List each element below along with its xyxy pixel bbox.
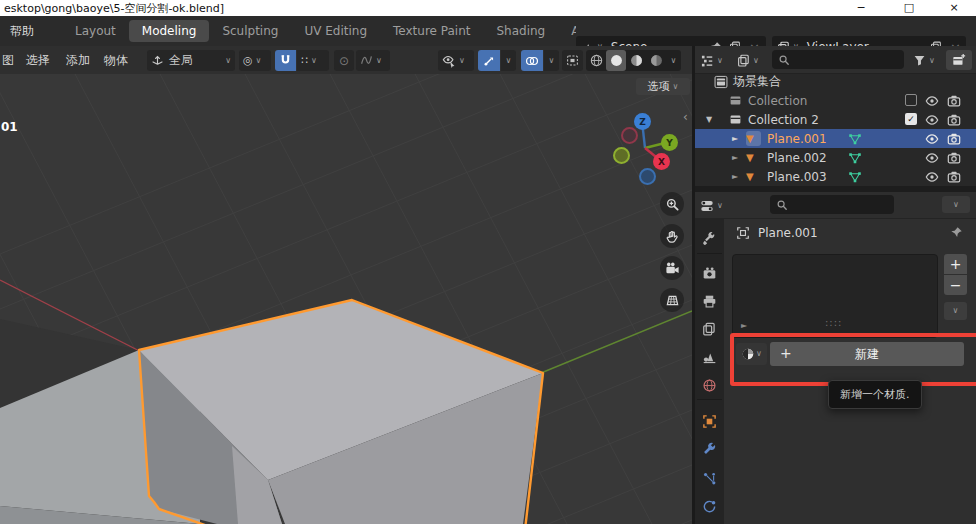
outliner-row-plane002[interactable]: ► ▼ Plane.002 xyxy=(695,148,976,167)
titlebar[interactable]: esktop\gong\baoye\5-空间分割-ok.blend] − □ × xyxy=(0,0,976,16)
shading-solid-button[interactable] xyxy=(606,50,626,71)
pan-tool-button[interactable] xyxy=(660,224,684,248)
maximize-button[interactable]: □ xyxy=(893,0,925,16)
xray-toggle[interactable] xyxy=(562,50,583,71)
tab-view-layer[interactable] xyxy=(699,319,719,339)
gizmo-minus-z-axis[interactable] xyxy=(639,168,656,185)
sidebar-toggle-arrow[interactable]: ‹ xyxy=(683,110,688,124)
close-button[interactable]: × xyxy=(938,0,970,16)
snap-toggle[interactable] xyxy=(275,50,296,71)
object-menu[interactable]: 物体 xyxy=(104,46,128,74)
tab-object[interactable] xyxy=(699,411,719,431)
slot-specials-dropdown[interactable]: ∨ xyxy=(944,302,967,320)
perspective-toggle-button[interactable] xyxy=(660,288,684,312)
tab-sculpting[interactable]: Sculpting xyxy=(209,20,291,42)
remove-slot-button[interactable]: − xyxy=(944,275,967,295)
outliner-row-scene-collection[interactable]: 场景集合 xyxy=(695,72,976,91)
gizmo-minus-y-axis[interactable] xyxy=(613,147,630,164)
exclude-checkbox-unchecked[interactable] xyxy=(905,94,917,106)
minimize-button[interactable]: − xyxy=(845,0,877,16)
options-dropdown[interactable]: 选项 ∨ xyxy=(636,78,690,95)
eye-icon[interactable] xyxy=(925,167,939,186)
tab-output[interactable] xyxy=(699,291,719,311)
camera-icon[interactable] xyxy=(947,167,961,186)
tab-scene[interactable] xyxy=(699,347,719,367)
expand-arrow-icon[interactable]: ▼ xyxy=(706,110,712,129)
camera-view-button[interactable] xyxy=(660,256,684,280)
disclosure-arrow-icon[interactable]: ► xyxy=(732,148,738,167)
eye-icon[interactable] xyxy=(925,129,939,148)
expand-arrow-icon[interactable]: ► xyxy=(741,321,747,330)
tab-world[interactable] xyxy=(699,375,719,395)
properties-options-dropdown[interactable]: ∨ xyxy=(942,196,970,213)
show-gizmo-toggle[interactable] xyxy=(478,50,500,71)
pivot-point-dropdown[interactable]: ◎ ∨ xyxy=(239,50,271,71)
eye-icon[interactable] xyxy=(925,148,939,167)
shading-mode-group: ∨ xyxy=(586,50,681,71)
snap-with-dropdown[interactable]: ∷ ∨ xyxy=(297,50,329,71)
disclosure-arrow-icon[interactable]: ► xyxy=(732,167,738,186)
disclosure-arrow-icon[interactable]: ► xyxy=(732,129,738,148)
chevron-down-icon: ∨ xyxy=(225,57,231,65)
shading-dropdown[interactable]: ∨ xyxy=(666,50,681,71)
tab-tool[interactable] xyxy=(699,228,719,248)
object-triangle-icon: ▼ xyxy=(746,150,761,165)
collection-label: Collection xyxy=(748,91,807,110)
outliner-row-collection2[interactable]: ▼ Collection 2 ✓ xyxy=(695,110,976,129)
tab-modeling[interactable]: Modeling xyxy=(129,20,210,42)
tab-modifiers[interactable] xyxy=(699,438,719,458)
eye-icon[interactable] xyxy=(925,91,939,110)
tab-layout[interactable]: Layout xyxy=(62,20,129,42)
resize-grip[interactable]: :::: xyxy=(825,317,842,328)
tab-uv-editing[interactable]: UV Editing xyxy=(291,20,380,42)
viewport-3d[interactable]: 01 ‹ 选项 ∨ Z Y X xyxy=(0,74,692,524)
visibility-dropdown[interactable]: ∨ xyxy=(438,50,474,71)
camera-icon[interactable] xyxy=(947,91,961,110)
show-overlays-toggle[interactable] xyxy=(521,50,543,71)
navigation-gizmo[interactable]: Z Y X xyxy=(610,104,682,188)
falloff-dropdown[interactable]: ∨ xyxy=(356,50,390,71)
add-menu[interactable]: 添加 xyxy=(66,46,90,74)
properties-search-input[interactable] xyxy=(770,195,894,214)
shading-rendered-button[interactable] xyxy=(646,50,666,71)
shading-material-button[interactable] xyxy=(626,50,646,71)
gizmo-y-axis[interactable]: Y xyxy=(661,134,678,151)
properties-editor-type-dropdown[interactable]: ∨ xyxy=(700,197,723,215)
outliner-editor-type-dropdown[interactable]: ∨ xyxy=(700,51,723,70)
tab-animation[interactable]: Animation xyxy=(558,20,576,42)
camera-icon[interactable] xyxy=(947,148,961,167)
chevron-down-icon: ∨ xyxy=(506,57,512,65)
help-menu[interactable]: 帮助 xyxy=(0,16,44,46)
outliner-display-mode-dropdown[interactable]: ∨ xyxy=(737,51,759,70)
select-menu[interactable]: 选择 xyxy=(26,46,50,74)
zoom-tool-button[interactable] xyxy=(660,192,684,216)
tab-physics[interactable] xyxy=(699,496,719,516)
camera-icon[interactable] xyxy=(947,129,961,148)
outliner-row-collection[interactable]: Collection xyxy=(695,91,976,110)
add-slot-button[interactable]: + xyxy=(944,254,967,274)
new-collection-button[interactable] xyxy=(946,50,972,70)
tab-particles[interactable] xyxy=(699,468,719,488)
outliner-row-plane003[interactable]: ► ▼ Plane.003 xyxy=(695,167,976,186)
camera-icon[interactable] xyxy=(947,110,961,129)
tab-render[interactable] xyxy=(699,263,719,283)
gizmo-dropdown[interactable]: ∨ xyxy=(501,50,516,71)
pin-icon[interactable] xyxy=(950,226,963,239)
proportional-editing-toggle[interactable]: ⊙ xyxy=(334,50,354,71)
gizmo-x-axis[interactable]: X xyxy=(653,153,670,170)
tab-shading[interactable]: Shading xyxy=(483,20,558,42)
outliner-filter-dropdown[interactable]: ∨ xyxy=(913,51,935,70)
shading-wireframe-button[interactable] xyxy=(586,50,606,71)
view-menu[interactable]: 图 xyxy=(2,46,14,74)
outliner-search-input[interactable] xyxy=(772,50,904,69)
transform-orientation-dropdown[interactable]: 全局 ∨ xyxy=(147,50,235,71)
gizmo-z-axis[interactable]: Z xyxy=(634,113,651,130)
tab-separator xyxy=(697,253,722,254)
material-slot-list[interactable]: ► :::: xyxy=(732,254,938,338)
exclude-checkbox-checked[interactable]: ✓ xyxy=(905,113,917,125)
outliner-row-plane001[interactable]: ► ▼ Plane.001 xyxy=(695,129,976,148)
eye-icon[interactable] xyxy=(925,110,939,129)
gizmo-minus-x-axis[interactable] xyxy=(621,127,638,144)
overlays-dropdown[interactable]: ∨ xyxy=(544,50,559,71)
tab-texture-paint[interactable]: Texture Paint xyxy=(380,20,483,42)
